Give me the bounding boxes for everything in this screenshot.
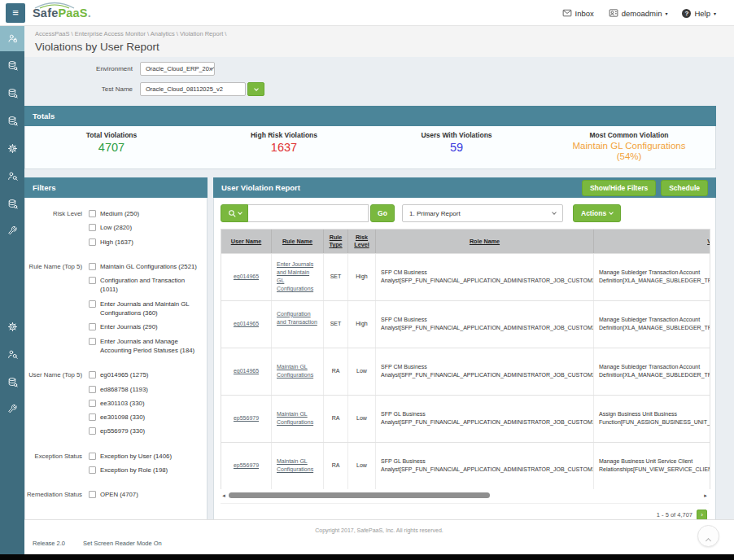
search-button[interactable] (221, 204, 248, 222)
environment-select[interactable]: Oracle_Cloud_ERP_20x (140, 62, 215, 76)
sidebar-item-database[interactable] (0, 79, 24, 107)
filter-checkbox[interactable] (89, 338, 96, 345)
filter-option[interactable]: ed868758 (1193) (89, 385, 200, 394)
scroll-to-top-button[interactable] (697, 525, 719, 547)
filter-checkbox[interactable] (89, 224, 96, 231)
filter-option[interactable]: eg014965 (1275) (89, 370, 200, 379)
table-clip-area: User NameRule NameRule TypeRisk LevelRol… (221, 229, 710, 489)
filter-checkbox[interactable] (89, 263, 96, 270)
scrollbar-thumb[interactable] (229, 492, 490, 498)
filter-checkbox[interactable] (89, 466, 96, 474)
filter-checkbox[interactable] (89, 491, 96, 498)
rule-name-link[interactable]: Enter Journals and Maintain GL Configura… (277, 260, 318, 294)
sidebar-item-user-search[interactable] (0, 340, 24, 368)
access-user-icon (7, 33, 18, 44)
column-header-user-name[interactable]: User Name (221, 230, 272, 253)
filter-option[interactable]: Exception by Role (198) (89, 466, 200, 475)
column-header-violation-entry[interactable]: Violation Entry (594, 230, 710, 253)
actions-button[interactable]: Actions (573, 204, 621, 222)
filter-option[interactable]: ee301098 (330) (89, 413, 200, 422)
filters-body: Risk LevelMedium (250)Low (2820)High (16… (24, 198, 208, 524)
user-name-link[interactable]: eg014965 (234, 367, 259, 375)
user-name-link[interactable]: eg014965 (234, 273, 259, 281)
rule-type-cell: SET (324, 301, 348, 348)
inbox-button[interactable]: Inbox (562, 8, 594, 18)
filter-option[interactable]: ee301103 (330) (89, 399, 200, 408)
filter-option[interactable]: Enter Journals (290) (89, 322, 200, 331)
filter-option[interactable]: Enter Journals and Manage Accounting Per… (89, 337, 200, 356)
filter-option-label: Exception by User (1406) (100, 452, 172, 461)
filter-checkbox[interactable] (89, 277, 96, 284)
sidebar-item-access-user[interactable] (0, 26, 24, 51)
search-input[interactable] (248, 204, 369, 222)
column-header-rule-type[interactable]: Rule Type (324, 230, 348, 253)
rule-name-link[interactable]: Maintain GL Configurations (277, 410, 318, 427)
breadcrumb[interactable]: AccessPaaS \ Enterprise Access Monitor \… (35, 30, 734, 37)
scroll-left-icon[interactable]: ◂ (221, 492, 227, 499)
column-header-rule-name[interactable]: Rule Name (272, 230, 324, 253)
screen-bottom-edge (0, 554, 734, 560)
screen-reader-toggle[interactable]: Set Screen Reader Mode On (83, 540, 162, 547)
filter-checkbox[interactable] (89, 210, 96, 217)
sidebar-item-database[interactable] (0, 190, 24, 217)
test-name-dropdown-button[interactable] (247, 82, 264, 96)
filter-option[interactable]: ep556979 (330) (89, 427, 200, 435)
sidebar-item-database[interactable] (0, 368, 24, 396)
column-header-risk-level[interactable]: Risk Level (348, 230, 376, 253)
filter-option[interactable]: Exception by User (1406) (89, 452, 200, 461)
rule-name-link[interactable]: Maintain GL Configurations (277, 457, 318, 474)
filter-option[interactable]: Configuration and Transaction (1011) (89, 276, 200, 295)
rule-type-cell: RA (324, 396, 348, 442)
filter-checkbox[interactable] (89, 371, 96, 378)
filter-checkbox[interactable] (89, 238, 96, 246)
filter-option[interactable]: Enter Journals and Maintain GL Configura… (89, 300, 200, 318)
user-name-link[interactable]: ep556979 (234, 462, 259, 470)
go-button[interactable]: Go (370, 204, 395, 222)
sidebar-item-database[interactable] (0, 51, 24, 79)
filter-checkbox[interactable] (89, 413, 96, 421)
schedule-button[interactable]: Schedule (661, 180, 708, 196)
filter-checkbox[interactable] (89, 453, 96, 460)
next-page-button[interactable]: › (697, 510, 707, 520)
show-hide-filters-button[interactable]: Show/Hide Filters (582, 180, 656, 196)
sidebar-item-wrench[interactable] (0, 217, 24, 245)
menu-toggle-button[interactable]: ≡ (6, 3, 25, 23)
filter-option-label: ee301098 (330) (100, 413, 145, 422)
column-header-role-name[interactable]: Role Name (376, 230, 594, 253)
help-menu[interactable]: ? Help ▾ (682, 9, 716, 18)
sidebar-item-wrench[interactable] (0, 396, 24, 423)
filter-option[interactable]: Medium (250) (89, 209, 200, 218)
sidebar-bottom-group (0, 313, 24, 423)
test-name-input[interactable]: Oracle_Cloud_08112025_v2 (140, 82, 246, 96)
filter-option[interactable]: High (1637) (89, 238, 200, 247)
filter-option[interactable]: Low (2820) (89, 223, 200, 232)
filter-checkbox[interactable] (89, 323, 96, 330)
environment-value: Oracle_Cloud_ERP_20x (146, 65, 212, 72)
user-name-link[interactable]: ep556979 (234, 414, 259, 422)
report-select[interactable]: 1. Primary Report (402, 204, 563, 222)
filter-checkbox[interactable] (89, 400, 96, 407)
test-name-value: Oracle_Cloud_08112025_v2 (146, 85, 223, 93)
filter-checkbox[interactable] (89, 427, 96, 435)
database-icon (7, 88, 18, 98)
filter-option-label: Enter Journals and Maintain GL Configura… (100, 300, 200, 318)
rule-name-link[interactable]: Configuration and Transaction (277, 310, 318, 326)
logo-dot: . (88, 7, 91, 20)
sidebar-item-gear[interactable] (0, 313, 24, 340)
user-menu[interactable]: demoadmin ▾ (609, 8, 668, 18)
user-name-link[interactable]: eg014965 (234, 320, 259, 328)
sidebar-item-gear[interactable] (0, 134, 24, 162)
scroll-right-icon[interactable]: ▸ (702, 492, 709, 499)
total-metric-label: Total Violations (25, 131, 198, 139)
filter-checkbox[interactable] (89, 386, 96, 393)
report-panel: User Violation Report Show/Hide Filters … (213, 177, 716, 529)
rule-name-link[interactable]: Maintain GL Configurations (277, 363, 318, 379)
filter-option[interactable]: Maintain GL Configurations (2521) (89, 262, 200, 271)
filter-option-label: Medium (250) (100, 209, 139, 218)
filter-checkbox[interactable] (89, 300, 96, 308)
app-logo: SafePaaS. (33, 7, 91, 20)
horizontal-scrollbar[interactable] (227, 492, 702, 499)
sidebar-item-database[interactable] (0, 107, 24, 134)
filter-option[interactable]: OPEN (4707) (89, 490, 200, 499)
sidebar-item-user-search[interactable] (0, 162, 24, 190)
